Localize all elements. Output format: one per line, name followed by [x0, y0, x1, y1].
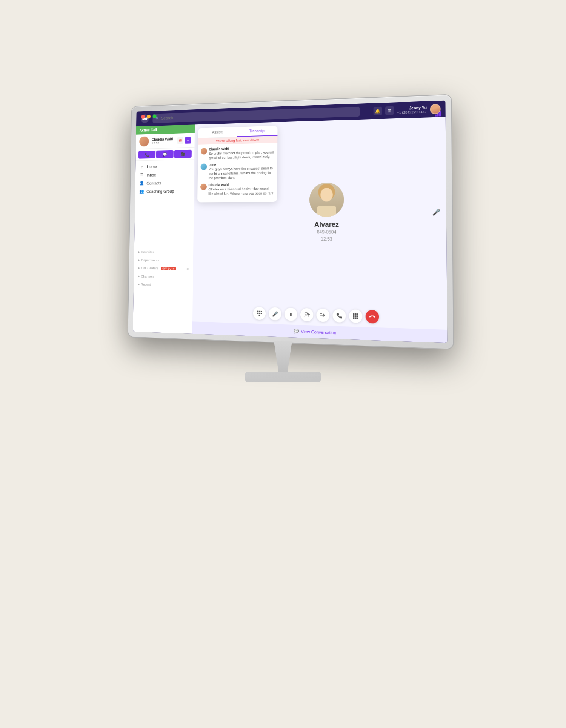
departments-label: Departments: [141, 258, 159, 262]
nav-coaching-label: Coaching Group: [146, 189, 174, 194]
close-button[interactable]: [141, 115, 145, 119]
add-person-button[interactable]: [300, 308, 314, 322]
caller-time: 12:53: [152, 141, 174, 145]
svg-rect-26: [355, 317, 356, 319]
trans-text-1: So pretty much for the premium plan, you…: [209, 151, 274, 160]
sidebar-nav: ⌂ Home ☰ Inbox 👤 Contacts: [134, 160, 194, 246]
channels-header[interactable]: ▶ Channels: [138, 273, 189, 280]
monitor-screen: 🔍 🔔 ⊞ Jenny Yu: [133, 101, 447, 343]
svg-rect-10: [257, 313, 258, 314]
svg-rect-11: [259, 313, 260, 314]
maximize-button[interactable]: [153, 114, 157, 118]
avatar-claudia-1: [201, 148, 207, 155]
recent-header[interactable]: ▶ Recent: [138, 282, 189, 288]
avatar-jane: [201, 164, 207, 170]
monitor-stand-neck: [268, 341, 298, 372]
tab-assists[interactable]: Assists: [198, 127, 237, 138]
caller-photo: [309, 182, 344, 217]
view-conversation-icon: 💬: [294, 329, 299, 334]
nav-inbox-label: Inbox: [147, 172, 156, 177]
grid-icon[interactable]: ⊞: [385, 106, 394, 115]
minimize-button[interactable]: [147, 115, 151, 119]
chevron-icon: ▶: [138, 258, 140, 261]
call-action-icons: ☎ vi: [177, 137, 191, 144]
keypad-icon[interactable]: vi: [185, 137, 191, 144]
search-input[interactable]: [161, 109, 357, 120]
chevron-icon: ▶: [138, 267, 140, 270]
call-button[interactable]: [332, 309, 346, 323]
svg-rect-27: [357, 317, 358, 319]
call-centers-label: Call Centers: [141, 266, 158, 270]
sidebar-item-contacts[interactable]: 👤 Contacts: [135, 178, 194, 187]
user-avatar[interactable]: [430, 104, 441, 114]
svg-rect-13: [259, 315, 260, 316]
sidebar-item-coaching-group[interactable]: 👥 Coaching Group: [135, 187, 194, 196]
user-info: Jenny Yu +1 (284) 279-1147: [397, 105, 427, 114]
right-panel: Assists Transcript You're talking fast, …: [192, 117, 448, 343]
tab-transcript[interactable]: Transcript: [237, 126, 278, 137]
video-ctrl-button[interactable]: 🎥: [174, 150, 191, 158]
hold-button[interactable]: ⏸: [285, 308, 297, 321]
svg-rect-8: [259, 311, 260, 312]
departments-header[interactable]: ▶ Departments: [138, 257, 189, 263]
sidebar-sections: ▶ Favorites ▶ Departments: [133, 246, 193, 334]
sidebar: Active Call Claudia Waiti 12:53 ☎ vi: [133, 124, 195, 334]
view-conversation-label: View Conversation: [301, 329, 336, 335]
more-button[interactable]: [349, 309, 362, 323]
caller-info: Claudia Waiti 12:53: [152, 137, 174, 145]
svg-rect-25: [353, 317, 354, 319]
phone-ctrl-button[interactable]: 📞: [138, 151, 155, 159]
chevron-icon: ▶: [138, 275, 140, 278]
message-ctrl-button[interactable]: 💬: [156, 150, 174, 158]
user-number: +1 (284) 279-1147: [397, 109, 427, 114]
svg-rect-22: [353, 315, 354, 317]
trans-text-2: You guys always have the cheapest deals …: [209, 166, 274, 180]
trans-text-3: Offsites on a bi-annual basis? That soun…: [208, 187, 274, 197]
nav-home-label: Home: [147, 164, 157, 169]
svg-rect-20: [355, 313, 356, 315]
svg-rect-7: [257, 311, 258, 312]
active-call-item[interactable]: Claudia Waiti 12:53 ☎ vi: [136, 133, 195, 149]
nav-contacts-label: Contacts: [146, 181, 161, 185]
svg-rect-6: [317, 206, 336, 217]
monitor-frame: 🔍 🔔 ⊞ Jenny Yu: [128, 95, 453, 349]
channels-label: Channels: [141, 274, 154, 278]
favorites-header[interactable]: ▶ Favorites: [138, 249, 189, 255]
favorites-label: Favorites: [142, 250, 154, 254]
monitor-wrapper: 🔍 🔔 ⊞ Jenny Yu: [102, 100, 464, 628]
caller-card-name: Alvarez: [314, 221, 339, 229]
mute-button[interactable]: 🎤: [269, 307, 281, 320]
sidebar-section-channels: ▶ Channels: [134, 272, 193, 281]
caller-card-time: 12:53: [321, 237, 332, 242]
caller-name: Claudia Waiti: [152, 137, 174, 141]
chevron-icon: ▶: [138, 283, 140, 286]
menu-icon: ≡: [187, 267, 189, 271]
top-bar-right: 🔔 ⊞ Jenny Yu +1 (284) 279-1147: [373, 104, 440, 116]
coaching-icon: 👥: [139, 189, 144, 194]
transcript-messages: Claudia Waiti So pretty much for the pre…: [197, 143, 277, 203]
trans-content-1: Claudia Waiti So pretty much for the pre…: [209, 146, 274, 160]
sidebar-item-home[interactable]: ⌂ Home: [135, 162, 194, 171]
trans-content-2: Jane You guys always have the cheapest d…: [209, 162, 274, 181]
keypad-button[interactable]: [253, 307, 266, 320]
svg-point-14: [305, 312, 308, 315]
svg-rect-21: [357, 313, 358, 315]
sidebar-section-recent: ▶ Recent: [134, 280, 193, 290]
end-call-button[interactable]: [366, 310, 379, 323]
transfer-button[interactable]: [316, 309, 329, 322]
call-centers-header[interactable]: ▶ Call Centers OFF DUTY ≡: [138, 265, 189, 272]
notifications-icon[interactable]: 🔔: [373, 107, 382, 115]
inbox-icon: ☰: [140, 172, 145, 177]
mute-icon[interactable]: ☎: [177, 137, 183, 144]
caller-avatar: [139, 136, 149, 146]
trans-name-2: Jane: [209, 162, 274, 167]
off-duty-badge: OFF DUTY: [161, 267, 176, 270]
sidebar-section-call-centers: ▶ Call Centers OFF DUTY ≡: [134, 264, 193, 273]
svg-rect-12: [261, 313, 262, 314]
transcript-message-2: Jane You guys always have the cheapest d…: [200, 162, 274, 181]
svg-rect-9: [261, 311, 262, 312]
sidebar-item-inbox[interactable]: ☰ Inbox: [135, 170, 194, 179]
sidebar-section-departments: ▶ Departments: [134, 256, 193, 264]
traffic-lights: [141, 114, 157, 119]
mic-icon[interactable]: 🎤: [432, 208, 441, 215]
